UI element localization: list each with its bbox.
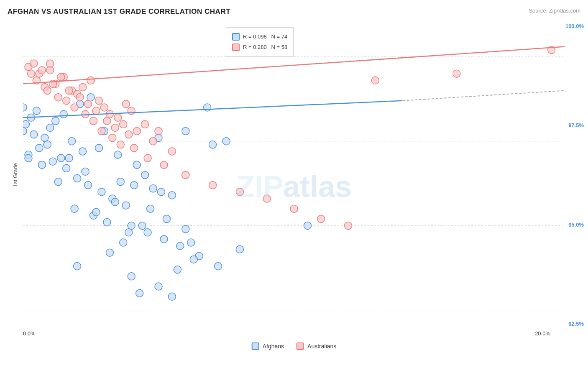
svg-point-14: [41, 134, 49, 142]
svg-point-88: [100, 104, 108, 111]
svg-point-25: [63, 164, 70, 172]
svg-point-92: [128, 107, 135, 115]
svg-point-106: [133, 127, 141, 135]
svg-point-72: [25, 154, 32, 162]
svg-point-68: [157, 188, 165, 196]
svg-point-44: [65, 154, 73, 162]
svg-point-41: [160, 235, 168, 243]
svg-point-12: [33, 107, 40, 115]
svg-point-73: [190, 255, 197, 263]
x-label-end: 20.0%: [535, 330, 550, 337]
svg-point-17: [114, 151, 122, 158]
afghans-swatch: [252, 342, 259, 350]
australians-swatch: [297, 342, 304, 350]
svg-point-61: [120, 239, 127, 246]
svg-point-64: [136, 289, 143, 297]
svg-point-67: [222, 138, 230, 145]
chart-title: AFGHAN VS AUSTRALIAN 1ST GRADE CORRELATI…: [8, 8, 230, 16]
svg-point-38: [103, 219, 111, 226]
svg-point-22: [30, 131, 38, 138]
svg-point-77: [27, 70, 35, 77]
svg-point-99: [65, 87, 73, 95]
svg-point-120: [144, 154, 151, 162]
svg-point-6: [87, 94, 95, 101]
svg-point-27: [84, 181, 92, 189]
australians-label: Australians: [307, 343, 336, 350]
svg-point-48: [130, 181, 138, 189]
bottom-legend: Afghans Australians: [252, 342, 337, 350]
y-axis-label: 1st Grade: [12, 163, 18, 187]
svg-point-46: [43, 141, 51, 148]
svg-point-36: [71, 205, 78, 212]
svg-point-43: [117, 178, 124, 186]
svg-point-86: [87, 77, 95, 84]
svg-point-80: [46, 66, 54, 74]
svg-point-65: [174, 266, 181, 273]
svg-point-113: [71, 104, 78, 111]
svg-point-52: [138, 222, 146, 230]
svg-point-129: [371, 77, 379, 84]
svg-point-124: [236, 188, 243, 196]
svg-point-55: [209, 141, 217, 148]
svg-point-32: [168, 192, 176, 199]
svg-point-127: [317, 215, 325, 223]
svg-point-132: [46, 60, 54, 67]
svg-point-101: [84, 100, 92, 108]
svg-point-50: [163, 215, 170, 223]
svg-point-85: [79, 83, 87, 91]
svg-point-107: [149, 138, 157, 145]
legend-r-blue: R = 0.098 N = 74: [243, 32, 287, 41]
svg-point-110: [43, 87, 51, 95]
svg-point-56: [74, 263, 81, 270]
source-label: Source: ZipAtlas.com: [529, 8, 580, 14]
svg-point-40: [144, 229, 151, 236]
legend-box: R = 0.098 N = 74 R = 0.280 N = 58: [226, 27, 294, 57]
svg-point-53: [125, 229, 133, 236]
svg-point-112: [63, 97, 70, 105]
svg-point-76: [304, 222, 311, 230]
svg-point-21: [182, 127, 189, 135]
svg-point-30: [122, 202, 130, 209]
svg-point-54: [187, 239, 195, 246]
svg-point-115: [89, 117, 97, 125]
svg-point-128: [345, 222, 352, 230]
svg-point-60: [106, 249, 113, 256]
svg-point-26: [74, 175, 81, 182]
legend-r-pink: R = 0.280 N = 58: [243, 42, 287, 52]
svg-point-18: [133, 161, 141, 169]
svg-point-35: [54, 178, 62, 186]
svg-point-69: [147, 205, 154, 212]
legend-row-blue: R = 0.098 N = 74: [232, 32, 287, 41]
x-label-0: 0.0%: [23, 330, 36, 337]
svg-point-94: [155, 127, 162, 135]
svg-point-100: [76, 94, 84, 101]
svg-point-122: [182, 171, 189, 179]
legend-row-pink: R = 0.280 N = 58: [232, 42, 287, 52]
svg-point-130: [453, 70, 460, 77]
svg-point-105: [120, 120, 127, 128]
legend-swatch-blue: [232, 33, 240, 41]
afghans-label: Afghans: [263, 343, 284, 350]
svg-point-42: [176, 242, 184, 250]
svg-point-108: [168, 148, 176, 155]
svg-point-34: [38, 161, 46, 169]
svg-point-93: [141, 120, 149, 128]
svg-point-57: [128, 273, 135, 280]
svg-point-58: [155, 283, 162, 290]
svg-point-23: [36, 144, 43, 152]
svg-point-74: [215, 263, 222, 270]
svg-point-71: [23, 104, 27, 111]
svg-point-126: [290, 205, 298, 212]
svg-point-87: [95, 97, 102, 105]
svg-point-118: [117, 141, 124, 148]
svg-point-5: [60, 110, 67, 118]
svg-point-63: [182, 225, 189, 233]
svg-point-10: [52, 117, 59, 125]
svg-point-8: [68, 138, 76, 145]
svg-point-16: [95, 144, 102, 152]
svg-point-24: [49, 158, 56, 165]
svg-point-47: [111, 198, 119, 206]
svg-point-91: [122, 100, 130, 108]
svg-point-90: [114, 114, 122, 121]
svg-point-121: [160, 161, 168, 169]
